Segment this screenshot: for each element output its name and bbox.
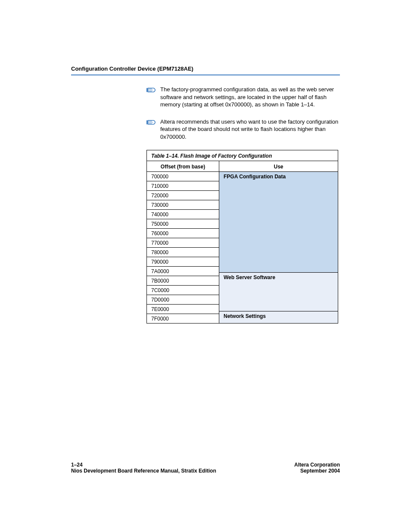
note-block-2: Altera recommends that users who want to… bbox=[71, 118, 340, 141]
table-row: 740000 bbox=[147, 210, 219, 219]
table-row: 7F0000 bbox=[147, 314, 219, 323]
table-header-row: Offset (from base) Use bbox=[147, 161, 338, 172]
table-row: 7B0000 bbox=[147, 276, 219, 286]
table-row: 7A0000 bbox=[147, 267, 219, 276]
use-column: FPGA Configuration DataWeb Server Softwa… bbox=[219, 172, 338, 323]
footer-doc-title: Nios Development Board Reference Manual,… bbox=[71, 468, 216, 474]
header-rule bbox=[71, 75, 340, 75]
table-row: 790000 bbox=[147, 257, 219, 267]
note-block-1: The factory-programmed configuration dat… bbox=[71, 86, 340, 109]
page-footer: 1–24 Altera Corporation Nios Development… bbox=[71, 462, 340, 474]
table-row: 730000 bbox=[147, 200, 219, 210]
flash-image-table: Table 1–14. Flash Image of Factory Confi… bbox=[146, 150, 338, 324]
hand-pointer-icon bbox=[146, 119, 156, 126]
table-title: Table 1–14. Flash Image of Factory Confi… bbox=[147, 150, 338, 161]
table-row: 700000 bbox=[147, 172, 219, 181]
svg-rect-1 bbox=[146, 120, 148, 124]
svg-rect-0 bbox=[146, 88, 148, 92]
col-header-use: Use bbox=[219, 161, 338, 172]
table-row: 7E0000 bbox=[147, 305, 219, 314]
footer-company: Altera Corporation bbox=[294, 462, 340, 468]
offsets-column: 7000007100007200007300007400007500007600… bbox=[147, 172, 219, 323]
footer-date: September 2004 bbox=[300, 468, 340, 474]
note-text-2: Altera recommends that users who want to… bbox=[160, 118, 340, 141]
table-row: 7D0000 bbox=[147, 295, 219, 305]
table-row: 7C0000 bbox=[147, 286, 219, 295]
hand-pointer-icon bbox=[146, 87, 156, 93]
use-block: FPGA Configuration Data bbox=[219, 172, 338, 273]
col-header-offset: Offset (from base) bbox=[147, 161, 219, 172]
table-row: 710000 bbox=[147, 181, 219, 191]
use-block: Network Settings bbox=[219, 311, 338, 324]
use-block: Web Server Software bbox=[219, 273, 338, 311]
note-text-1: The factory-programmed configuration dat… bbox=[160, 86, 340, 109]
table-row: 780000 bbox=[147, 248, 219, 257]
table-row: 770000 bbox=[147, 238, 219, 248]
table-row: 750000 bbox=[147, 219, 219, 229]
table-row: 720000 bbox=[147, 191, 219, 200]
footer-page-number: 1–24 bbox=[71, 462, 83, 468]
section-header: Configuration Controller Device (EPM7128… bbox=[71, 65, 340, 75]
table-row: 760000 bbox=[147, 229, 219, 238]
